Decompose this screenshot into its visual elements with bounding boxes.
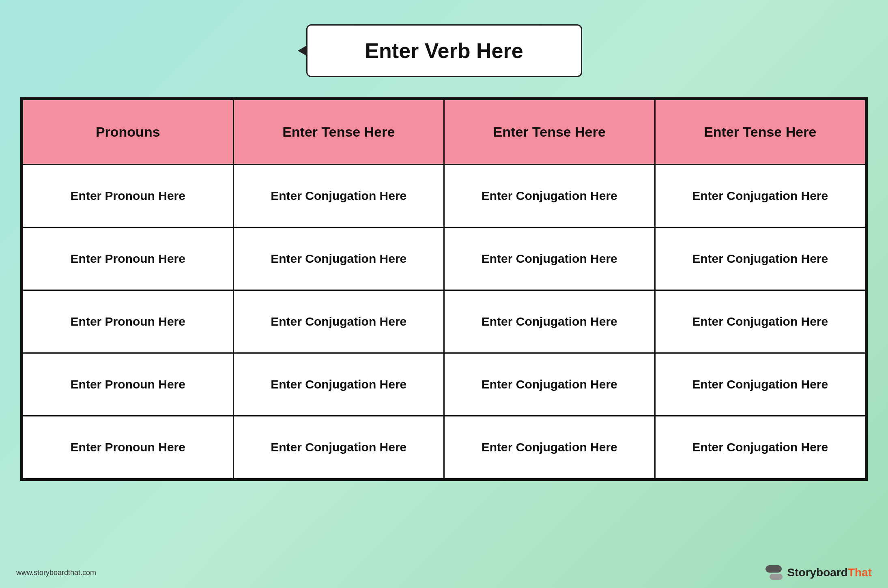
conjugation-cell-4-2[interactable]: Enter Conjugation Here <box>444 416 655 479</box>
pronoun-cell-3[interactable]: Enter Pronoun Here <box>23 353 234 416</box>
conjugation-cell-1-1[interactable]: Enter Conjugation Here <box>233 227 444 290</box>
header-tense-2[interactable]: Enter Tense Here <box>444 100 655 165</box>
table-row: Enter Pronoun HereEnter Conjugation Here… <box>23 165 866 227</box>
conjugation-cell-4-3[interactable]: Enter Conjugation Here <box>655 416 866 479</box>
logo-icon <box>765 565 783 580</box>
logo-that: That <box>848 566 872 579</box>
conjugation-cell-0-1[interactable]: Enter Conjugation Here <box>233 165 444 227</box>
conjugation-table-container: Pronouns Enter Tense Here Enter Tense He… <box>20 97 868 481</box>
conjugation-table: Pronouns Enter Tense Here Enter Tense He… <box>22 99 866 479</box>
conjugation-cell-2-1[interactable]: Enter Conjugation Here <box>233 290 444 353</box>
header-row: Pronouns Enter Tense Here Enter Tense He… <box>23 100 866 165</box>
conjugation-cell-2-3[interactable]: Enter Conjugation Here <box>655 290 866 353</box>
pronoun-cell-4[interactable]: Enter Pronoun Here <box>23 416 234 479</box>
table-row: Enter Pronoun HereEnter Conjugation Here… <box>23 227 866 290</box>
conjugation-cell-3-3[interactable]: Enter Conjugation Here <box>655 353 866 416</box>
logo-storyboard: Storyboard <box>787 566 848 579</box>
conjugation-cell-1-3[interactable]: Enter Conjugation Here <box>655 227 866 290</box>
verb-title: Enter Verb Here <box>365 39 523 63</box>
pronoun-cell-1[interactable]: Enter Pronoun Here <box>23 227 234 290</box>
verb-title-box[interactable]: Enter Verb Here <box>306 24 582 77</box>
conjugation-cell-3-2[interactable]: Enter Conjugation Here <box>444 353 655 416</box>
logo-text: StoryboardThat <box>787 566 872 579</box>
conjugation-cell-2-2[interactable]: Enter Conjugation Here <box>444 290 655 353</box>
conjugation-cell-4-1[interactable]: Enter Conjugation Here <box>233 416 444 479</box>
conjugation-cell-1-2[interactable]: Enter Conjugation Here <box>444 227 655 290</box>
pronoun-cell-0[interactable]: Enter Pronoun Here <box>23 165 234 227</box>
table-row: Enter Pronoun HereEnter Conjugation Here… <box>23 290 866 353</box>
header-tense-3[interactable]: Enter Tense Here <box>655 100 866 165</box>
pronoun-cell-2[interactable]: Enter Pronoun Here <box>23 290 234 353</box>
logo-bubble-secondary <box>770 574 783 580</box>
footer-logo: StoryboardThat <box>765 565 872 580</box>
header-tense-1[interactable]: Enter Tense Here <box>233 100 444 165</box>
logo-bubble-main <box>765 565 782 573</box>
header-pronouns[interactable]: Pronouns <box>23 100 234 165</box>
conjugation-cell-3-1[interactable]: Enter Conjugation Here <box>233 353 444 416</box>
conjugation-cell-0-3[interactable]: Enter Conjugation Here <box>655 165 866 227</box>
footer: www.storyboardthat.com StoryboardThat <box>16 565 872 580</box>
footer-url: www.storyboardthat.com <box>16 569 96 577</box>
table-row: Enter Pronoun HereEnter Conjugation Here… <box>23 353 866 416</box>
table-row: Enter Pronoun HereEnter Conjugation Here… <box>23 416 866 479</box>
conjugation-cell-0-2[interactable]: Enter Conjugation Here <box>444 165 655 227</box>
